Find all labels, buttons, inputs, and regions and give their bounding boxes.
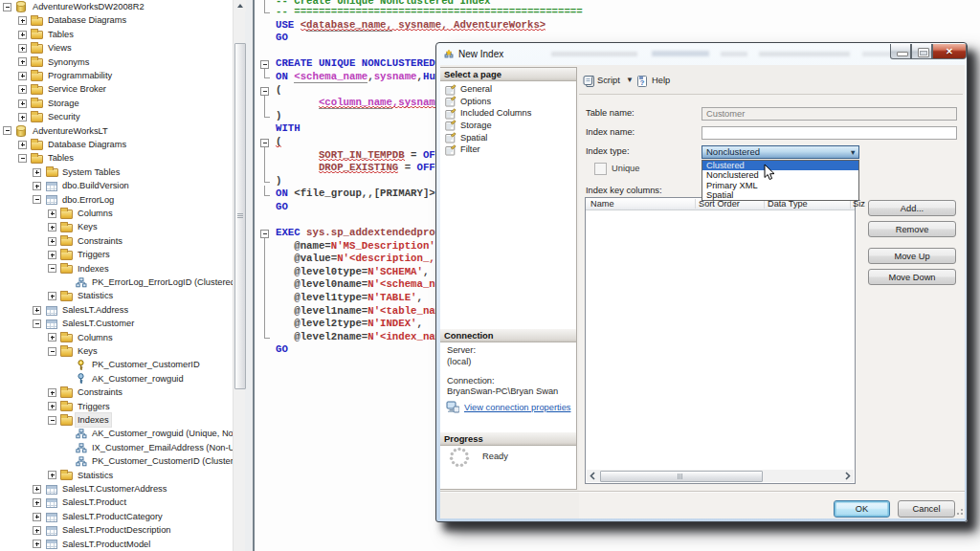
- svg-text:?: ?: [640, 78, 645, 87]
